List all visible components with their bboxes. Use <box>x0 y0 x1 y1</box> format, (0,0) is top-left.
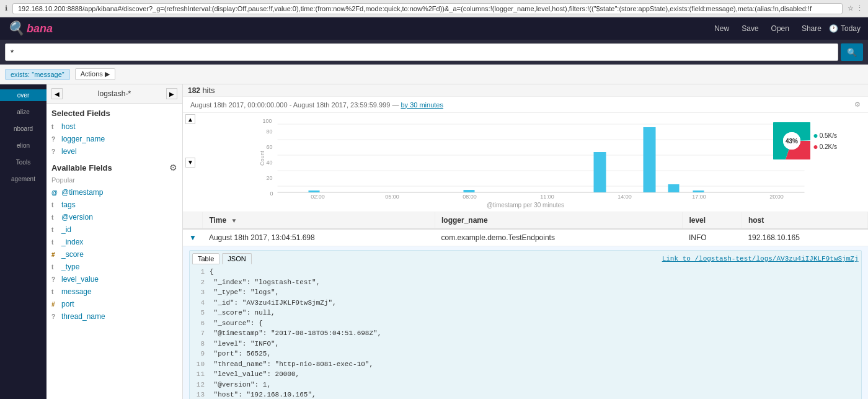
json-lines-container: 1{2 "_index": "logstash-test",3 "_type":… <box>192 267 859 399</box>
available-field-item[interactable]: @@timestamp <box>46 186 182 199</box>
pie-legend-item-2: ● 0.2K/s <box>813 141 837 151</box>
chart-area: ▲ ▼ 0 20 40 60 80 100 Count <box>183 113 868 212</box>
selected-field-item[interactable]: thost <box>46 120 182 133</box>
actions-button[interactable]: Actions ▶ <box>75 68 115 80</box>
chart-nav-down-button[interactable]: ▼ <box>185 158 195 168</box>
available-fields-header: Available Fields ⚙ <box>46 158 182 175</box>
field-name-label: _index <box>61 238 83 246</box>
index-next-button[interactable]: ▶ <box>166 88 177 99</box>
json-line-text: "@version": 1, <box>210 381 271 388</box>
json-line-num: 1 <box>192 267 205 277</box>
histogram-chart: 0 20 40 60 80 100 Count <box>203 118 868 199</box>
json-line: 1{ <box>192 267 859 277</box>
field-name-label: level_value <box>61 275 99 284</box>
json-line: 10 "thread_name": "http-nio-8081-exec-10… <box>192 359 859 370</box>
today-button[interactable]: 🕐 Today <box>829 24 861 33</box>
selected-fields-list: thost?logger_name?level <box>46 120 182 158</box>
json-line-text: "port": 56525, <box>210 350 271 357</box>
available-field-item[interactable]: tmessage <box>46 285 182 298</box>
available-field-item[interactable]: ?thread_name <box>46 310 182 323</box>
header-actions: New Save Open Share 🕐 Today <box>709 22 861 35</box>
json-link[interactable]: Link to /logstash-test/logs/AV3zu4iIJKLF… <box>662 255 859 262</box>
sidebar-item-visualize[interactable]: alize <box>0 106 46 118</box>
index-prev-button[interactable]: ◀ <box>51 88 63 99</box>
add-fields-button[interactable]: ⚙ <box>169 163 177 173</box>
y-label-40: 40 <box>267 159 273 166</box>
available-field-item[interactable]: ttags <box>46 199 182 211</box>
search-button[interactable]: 🔍 <box>841 43 863 61</box>
x-tick-1100: 11:00 <box>540 194 554 199</box>
browser-star-icon[interactable]: ☆ <box>848 4 854 12</box>
pie-legend-dot-2: ● <box>813 141 818 151</box>
json-line-text: { <box>210 268 214 276</box>
sidebar-item-management[interactable]: agement <box>0 173 46 185</box>
save-button[interactable]: Save <box>737 22 763 35</box>
json-line-num: 4 <box>192 298 205 308</box>
field-type-icon: @ <box>51 189 58 195</box>
available-field-item[interactable]: #_score <box>46 248 182 261</box>
th-level[interactable]: level <box>683 212 742 229</box>
chart-nav-up-button[interactable]: ▲ <box>185 114 195 124</box>
x-tick-1700: 17:00 <box>692 194 706 199</box>
json-line-num: 9 <box>192 349 205 359</box>
sidebar-item-dashboard[interactable]: nboard <box>0 123 46 135</box>
tab-json[interactable]: JSON <box>222 253 251 264</box>
available-field-item[interactable]: #port <box>46 298 182 310</box>
sidebar-item-timelion[interactable]: elion <box>0 140 46 151</box>
share-button[interactable]: Share <box>797 22 826 35</box>
app-header: 🔍 bana New Save Open Share 🕐 Today <box>0 17 868 40</box>
json-line-num: 5 <box>192 308 205 318</box>
chart-settings-icon[interactable]: ⚙ <box>854 101 861 109</box>
row-level: INFO <box>683 229 742 246</box>
bar-3 <box>594 152 606 192</box>
time-range-link[interactable]: by 30 minutes <box>401 101 443 109</box>
th-time[interactable]: Time ▼ <box>203 212 435 229</box>
left-nav: over alize nboard elion Tools agement <box>0 84 46 399</box>
available-field-item[interactable]: t_type <box>46 261 182 273</box>
x-tick-0800: 08:00 <box>463 194 477 199</box>
search-input[interactable] <box>5 43 838 61</box>
selected-field-item[interactable]: ?logger_name <box>46 133 182 145</box>
table-body: ▼ August 18th 2017, 13:04:51.698 com.exa… <box>183 229 868 399</box>
filter-bar: exists: "message" Actions ▶ <box>0 65 868 84</box>
th-host[interactable]: host <box>742 212 867 229</box>
json-line-num: 12 <box>192 380 205 390</box>
row-host: 192.168.10.165 <box>742 229 867 246</box>
json-line: 3 "_type": "logs", <box>192 287 859 298</box>
filter-tag-message[interactable]: exists: "message" <box>5 69 70 80</box>
new-button[interactable]: New <box>709 22 734 35</box>
pie-chart-overlay: 43% ● 0.5K/s ● 0.2K/s <box>773 122 837 159</box>
json-header: Table JSON Link to /logstash-test/logs/A… <box>192 253 859 264</box>
row-expand-button[interactable]: ▼ <box>189 233 197 242</box>
y-label-80: 80 <box>267 128 273 135</box>
open-button[interactable]: Open <box>766 22 794 35</box>
available-field-item[interactable]: ?level_value <box>46 273 182 285</box>
json-line-num: 2 <box>192 277 205 288</box>
field-panel: ◀ logstash-* ▶ Selected Fields thost?log… <box>46 84 183 399</box>
selected-field-item[interactable]: ?level <box>46 145 182 158</box>
json-line-num: 11 <box>192 369 205 380</box>
available-field-item[interactable]: t@version <box>46 211 182 223</box>
x-tick-1400: 14:00 <box>618 194 632 199</box>
sidebar-item-discover[interactable]: over <box>0 89 46 101</box>
json-line: 12 "@version": 1, <box>192 380 859 390</box>
available-field-item[interactable]: t_index <box>46 236 182 248</box>
time-range-separator: — <box>392 101 401 109</box>
bar-2 <box>464 190 475 192</box>
field-name-label: port <box>61 300 74 308</box>
x-tick-0500: 05:00 <box>385 194 399 199</box>
available-field-item[interactable]: t_id <box>46 223 182 236</box>
field-name-label: logger_name <box>61 135 105 143</box>
y-label-0: 0 <box>270 191 273 197</box>
results-area[interactable]: Time ▼ logger_name level host ▼ August 1… <box>183 212 868 399</box>
th-logger-name[interactable]: logger_name <box>435 212 683 229</box>
json-line-num: 10 <box>192 359 205 370</box>
field-type-icon: # <box>51 251 58 258</box>
field-name-label: _score <box>61 250 84 259</box>
json-line-text: "_index": "logstash-test", <box>210 279 320 286</box>
browser-menu-icon[interactable]: ⋮ <box>856 4 863 12</box>
tab-table[interactable]: Table <box>192 253 219 264</box>
field-type-icon: t <box>51 289 58 295</box>
browser-bar: ℹ 192.168.10.200:8888/app/kibana#/discov… <box>0 0 868 17</box>
sidebar-item-tools[interactable]: Tools <box>0 156 46 168</box>
